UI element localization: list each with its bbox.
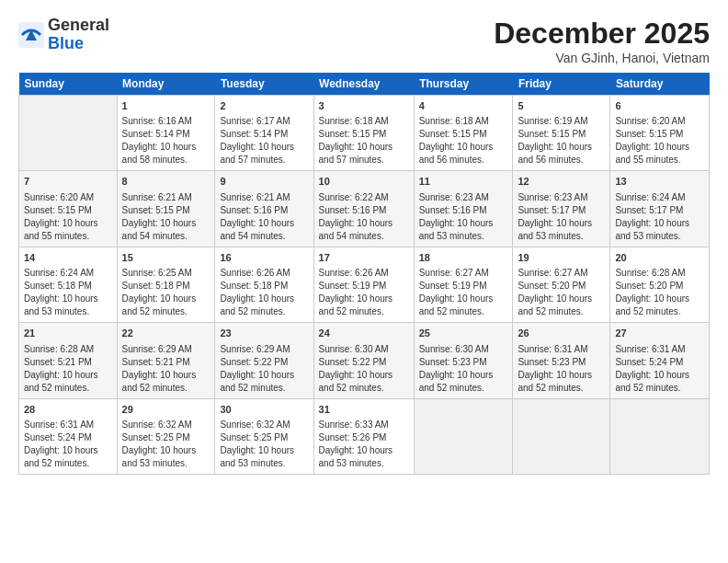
- day-number: 10: [319, 175, 409, 189]
- week-row-3: 14Sunrise: 6:24 AMSunset: 5:18 PMDayligh…: [19, 247, 710, 322]
- day-info: Daylight: 10 hours: [24, 369, 112, 382]
- day-cell: 6Sunrise: 6:20 AMSunset: 5:15 PMDaylight…: [610, 96, 710, 171]
- day-info: and 52 minutes.: [615, 382, 704, 395]
- day-cell: 14Sunrise: 6:24 AMSunset: 5:18 PMDayligh…: [19, 247, 118, 322]
- day-info: and 52 minutes.: [518, 305, 605, 318]
- day-number: 12: [518, 175, 605, 189]
- day-cell: 28Sunrise: 6:31 AMSunset: 5:24 PMDayligh…: [19, 398, 118, 474]
- day-info: Sunrise: 6:25 AM: [122, 267, 210, 280]
- day-info: Sunset: 5:14 PM: [122, 128, 210, 141]
- day-cell: 23Sunrise: 6:29 AMSunset: 5:22 PMDayligh…: [215, 323, 313, 398]
- header-cell-friday: Friday: [513, 73, 610, 96]
- day-info: Daylight: 10 hours: [419, 369, 508, 382]
- day-number: 28: [24, 403, 112, 417]
- day-info: Sunset: 5:15 PM: [518, 128, 605, 141]
- day-number: 6: [615, 99, 704, 113]
- title-section: December 2025 Van GJinh, Hanoi, Vietnam: [494, 17, 710, 65]
- day-info: and 52 minutes.: [319, 305, 409, 318]
- day-cell: 17Sunrise: 6:26 AMSunset: 5:19 PMDayligh…: [313, 247, 414, 322]
- day-info: and 55 minutes.: [24, 230, 112, 243]
- day-info: Daylight: 10 hours: [319, 141, 409, 154]
- day-number: 17: [319, 251, 409, 265]
- day-info: Sunset: 5:18 PM: [24, 280, 112, 293]
- day-info: Sunrise: 6:29 AM: [122, 343, 210, 356]
- day-info: Sunset: 5:15 PM: [122, 204, 210, 217]
- day-info: and 53 minutes.: [319, 457, 409, 470]
- day-info: and 53 minutes.: [518, 230, 605, 243]
- day-number: 22: [122, 327, 210, 340]
- day-info: Sunrise: 6:27 AM: [518, 267, 605, 280]
- day-info: Daylight: 10 hours: [24, 444, 112, 457]
- header: General Blue December 2025 Van GJinh, Ha…: [18, 17, 710, 65]
- day-info: Sunrise: 6:18 AM: [419, 115, 508, 128]
- day-number: 11: [419, 175, 508, 189]
- day-info: and 53 minutes.: [220, 457, 308, 470]
- day-number: 2: [220, 99, 308, 113]
- day-info: Daylight: 10 hours: [24, 217, 112, 230]
- day-info: Sunset: 5:17 PM: [518, 204, 605, 217]
- day-cell: 30Sunrise: 6:32 AMSunset: 5:25 PMDayligh…: [215, 398, 313, 474]
- day-info: Sunrise: 6:29 AM: [220, 343, 308, 356]
- day-info: Sunrise: 6:31 AM: [615, 343, 704, 356]
- week-row-2: 7Sunrise: 6:20 AMSunset: 5:15 PMDaylight…: [19, 171, 710, 247]
- day-number: 3: [319, 99, 409, 113]
- day-info: Sunrise: 6:23 AM: [518, 191, 605, 204]
- day-info: Sunrise: 6:21 AM: [122, 191, 210, 204]
- day-info: Daylight: 10 hours: [419, 141, 508, 154]
- day-info: Sunrise: 6:22 AM: [319, 191, 409, 204]
- day-cell: 4Sunrise: 6:18 AMSunset: 5:15 PMDaylight…: [414, 96, 513, 171]
- day-info: Sunset: 5:22 PM: [319, 356, 409, 369]
- header-cell-saturday: Saturday: [610, 73, 710, 96]
- day-number: 24: [319, 327, 409, 340]
- day-cell: [513, 398, 610, 474]
- day-info: and 52 minutes.: [319, 382, 409, 395]
- day-cell: 16Sunrise: 6:26 AMSunset: 5:18 PMDayligh…: [215, 247, 313, 322]
- day-info: Sunset: 5:20 PM: [615, 280, 704, 293]
- day-info: Sunrise: 6:20 AM: [24, 191, 112, 204]
- day-info: Sunset: 5:20 PM: [518, 280, 605, 293]
- header-cell-wednesday: Wednesday: [313, 73, 414, 96]
- day-info: Daylight: 10 hours: [220, 444, 308, 457]
- day-info: Daylight: 10 hours: [615, 217, 704, 230]
- day-number: 31: [319, 403, 409, 417]
- day-info: and 52 minutes.: [615, 305, 704, 318]
- header-cell-sunday: Sunday: [19, 73, 118, 96]
- day-info: Sunrise: 6:28 AM: [615, 267, 704, 280]
- day-info: Sunset: 5:15 PM: [615, 128, 704, 141]
- day-info: Sunrise: 6:27 AM: [419, 267, 508, 280]
- day-info: Daylight: 10 hours: [122, 293, 210, 305]
- day-info: Sunset: 5:26 PM: [319, 431, 409, 444]
- day-info: Daylight: 10 hours: [615, 293, 704, 305]
- day-cell: [19, 96, 118, 171]
- day-number: 5: [518, 99, 605, 113]
- day-number: 8: [122, 175, 210, 189]
- day-info: and 58 minutes.: [122, 154, 210, 167]
- day-info: Sunset: 5:23 PM: [419, 356, 508, 369]
- day-info: Sunset: 5:15 PM: [319, 128, 409, 141]
- day-number: 16: [220, 251, 308, 265]
- day-cell: 20Sunrise: 6:28 AMSunset: 5:20 PMDayligh…: [610, 247, 710, 322]
- day-info: Sunset: 5:16 PM: [319, 204, 409, 217]
- day-cell: 31Sunrise: 6:33 AMSunset: 5:26 PMDayligh…: [313, 398, 414, 474]
- day-info: Daylight: 10 hours: [319, 217, 409, 230]
- day-cell: 3Sunrise: 6:18 AMSunset: 5:15 PMDaylight…: [313, 96, 414, 171]
- day-cell: 1Sunrise: 6:16 AMSunset: 5:14 PMDaylight…: [117, 96, 215, 171]
- day-cell: 2Sunrise: 6:17 AMSunset: 5:14 PMDaylight…: [215, 96, 313, 171]
- day-info: Sunset: 5:21 PM: [122, 356, 210, 369]
- day-info: Daylight: 10 hours: [24, 293, 112, 305]
- day-number: 15: [122, 251, 210, 265]
- day-info: Sunset: 5:24 PM: [24, 431, 112, 444]
- day-number: 14: [24, 251, 112, 265]
- day-info: Daylight: 10 hours: [615, 369, 704, 382]
- day-number: 19: [518, 251, 605, 265]
- day-info: Sunset: 5:22 PM: [220, 356, 308, 369]
- day-info: Daylight: 10 hours: [122, 141, 210, 154]
- day-info: Daylight: 10 hours: [518, 217, 605, 230]
- day-info: Sunset: 5:14 PM: [220, 128, 308, 141]
- day-cell: 27Sunrise: 6:31 AMSunset: 5:24 PMDayligh…: [610, 323, 710, 398]
- day-info: and 53 minutes.: [24, 305, 112, 318]
- day-cell: 9Sunrise: 6:21 AMSunset: 5:16 PMDaylight…: [215, 171, 313, 247]
- header-cell-tuesday: Tuesday: [215, 73, 313, 96]
- location: Van GJinh, Hanoi, Vietnam: [494, 51, 710, 65]
- day-info: Sunset: 5:15 PM: [24, 204, 112, 217]
